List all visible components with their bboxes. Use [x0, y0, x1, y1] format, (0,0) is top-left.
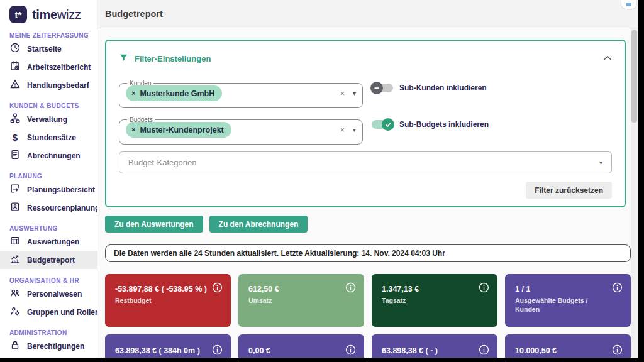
sidebar-item-label: Verwaltung: [27, 115, 67, 124]
sidebar-item-label: Planungsübersicht: [27, 185, 95, 194]
favicon-dot: [626, 3, 631, 6]
sidebar-section-planung: PLANUNG: [9, 173, 97, 180]
screen-edge-right: [638, 0, 644, 362]
card-value: 10.000,50 €: [515, 345, 611, 357]
stat-cards-row1: -53.897,88 € ( -538.95 % ) Restbudget 61…: [105, 274, 631, 327]
card-restbudget: -53.897,88 € ( -538.95 % ) Restbudget: [105, 274, 231, 327]
filter-panel-title: Filter-Einstellungen: [135, 54, 211, 63]
sidebar-item-label: Budgetreport: [27, 256, 75, 265]
sidebar-item-arbeitszeitbericht[interactable]: Arbeitszeitbericht: [0, 58, 97, 76]
budgets-chip-label: Muster-Kundenprojekt: [140, 126, 223, 134]
sidebar-item-label: Gruppen und Rollen: [27, 308, 97, 317]
sidebar-item-gruppen-rollen[interactable]: Gruppen und Rollen: [0, 303, 97, 321]
sidebar-section-meine-zeiterfassung: MEINE ZEITERFASSUNG: [9, 32, 97, 40]
page-header: Budgetreport: [97, 0, 644, 28]
sidebar-item-label: Stundensätze: [27, 133, 76, 142]
zu-den-abrechnungen-button[interactable]: Zu den Abrechnungen: [209, 216, 308, 233]
kunden-select[interactable]: Kunden ×Musterkunde GmbH × ▾: [119, 80, 363, 108]
chevron-down-icon[interactable]: ▾: [599, 159, 602, 166]
sidebar-item-startseite[interactable]: Startseite: [0, 40, 97, 58]
sidebar-item-label: Startseite: [27, 45, 62, 53]
action-row: Zu den Auswertungen Zu den Abrechnungen: [105, 216, 636, 233]
filter-funnel-icon: [119, 53, 128, 65]
sidebar-item-berechtigungen[interactable]: Berechtigungen: [0, 337, 97, 355]
subkunden-toggle-row: Sub-Kunden inkludieren: [363, 84, 487, 92]
info-icon[interactable]: [612, 344, 623, 355]
page-title: Budgetreport: [105, 9, 163, 19]
sidebar-section-auswertung: AUSWERTUNG: [9, 225, 97, 233]
dollar-icon: $: [9, 132, 21, 143]
card-label: Tagsatz: [382, 296, 476, 305]
budget-kategorien-placeholder: Budget-Kategorien: [128, 158, 196, 167]
clear-icon[interactable]: ×: [340, 89, 345, 98]
card-value: -53.897,88 € ( -538.95 % ): [115, 283, 211, 295]
kunden-chip-label: Musterkunde GmbH: [140, 89, 214, 98]
brand-name: timewizz: [32, 8, 81, 22]
filter-reset-button[interactable]: Filter zurücksetzen: [526, 182, 612, 199]
invoice-icon: [9, 149, 21, 162]
card-value: 63.898,38 € ( - ): [382, 345, 477, 357]
sidebar-item-auswertungen[interactable]: Auswertungen: [0, 233, 97, 251]
info-icon[interactable]: [612, 282, 623, 293]
chevron-down-icon[interactable]: ▾: [353, 90, 356, 97]
sidebar-item-personalwesen[interactable]: Personalwesen: [0, 285, 97, 303]
logo-mark-icon: t*: [9, 6, 27, 23]
filter-panel-header: Filter-Einstellungen: [119, 51, 612, 66]
budget-kategorien-select[interactable]: Budget-Kategorien ▾: [119, 151, 612, 173]
person-gear-icon: [9, 305, 21, 319]
filter-reset-row: Filter zurücksetzen: [119, 182, 612, 199]
sidebar-item-planungsuebersicht[interactable]: Planungsübersicht: [0, 180, 97, 199]
sidebar-item-budgetreport[interactable]: Budgetreport: [0, 251, 97, 269]
lock-icon: [9, 339, 21, 353]
people-icon: [9, 287, 21, 300]
card-tagsatz: 1.347,13 € Tagsatz: [372, 274, 497, 327]
card-value: 63.898,38 € ( 384h 0m ): [115, 345, 211, 357]
chevron-down-icon[interactable]: ▾: [353, 126, 356, 133]
chip-remove-icon[interactable]: ×: [131, 90, 135, 97]
chip-remove-icon[interactable]: ×: [131, 126, 135, 133]
org-chart-icon: [9, 112, 21, 126]
sidebar-section-administration: ADMINISTRATION: [9, 329, 97, 337]
card-umsatz: 612,50 € Umsatz: [238, 274, 364, 327]
bar-chart-icon: [9, 253, 21, 266]
toggle-on-check-icon: [382, 118, 394, 131]
card-value: 612,50 €: [248, 283, 344, 295]
update-notice: Die Daten werden alle 24 Stunden aktuali…: [105, 244, 631, 262]
clock-icon: [9, 42, 21, 55]
info-icon[interactable]: [212, 344, 223, 355]
kunden-chip-row: ×Musterkunde GmbH × ▾: [126, 85, 356, 101]
brand-logo[interactable]: t* timewizz: [0, 0, 97, 28]
kunden-chip[interactable]: ×Musterkunde GmbH: [126, 85, 222, 101]
sidebar-item-stundensaetze[interactable]: $ Stundensätze: [0, 128, 97, 146]
info-icon[interactable]: [212, 282, 223, 293]
subbudgets-toggle-row: Sub-Budgets inkludieren: [363, 120, 489, 129]
zu-den-auswertungen-button[interactable]: Zu den Auswertungen: [105, 216, 203, 233]
info-icon[interactable]: [345, 282, 356, 293]
scrollbar-thumb[interactable]: [631, 30, 637, 123]
card-label: Ausgewählte Budgets / Kunden: [515, 296, 609, 314]
browser-tab-remnant: [621, 0, 636, 9]
clear-icon[interactable]: ×: [340, 126, 345, 134]
info-icon[interactable]: [479, 344, 489, 355]
info-icon[interactable]: [345, 344, 356, 355]
collapse-chevron-icon[interactable]: [603, 52, 612, 63]
sidebar-item-handlungsbedarf[interactable]: Handlungsbedarf: [0, 76, 97, 94]
sidebar-item-verwaltung[interactable]: Verwaltung: [0, 110, 97, 128]
filter-row-kunden: Kunden ×Musterkunde GmbH × ▾: [119, 80, 612, 108]
budgets-select[interactable]: Budgets ×Muster-Kundenprojekt × ▾: [119, 116, 363, 145]
sidebar-item-ressourcenplanung[interactable]: Ressourcenplanung: [0, 199, 97, 217]
subkunden-toggle[interactable]: [372, 84, 393, 92]
filter-row-kategorien: Budget-Kategorien ▾: [119, 153, 612, 173]
page-content: Filter-Einstellungen Kunden ×Musterkunde…: [97, 28, 644, 362]
sidebar-item-abrechnungen[interactable]: Abrechnungen: [0, 146, 97, 165]
card-value: 1.347,13 €: [382, 283, 477, 295]
info-icon[interactable]: [479, 282, 489, 293]
budgets-chip[interactable]: ×Muster-Kundenprojekt: [126, 122, 231, 138]
subbudgets-toggle[interactable]: [372, 120, 393, 129]
main-area: Budgetreport Filter-Einstellungen Kunden…: [97, 0, 644, 362]
card-label: Restbudget: [115, 296, 209, 305]
filter-panel: Filter-Einstellungen Kunden ×Musterkunde…: [105, 40, 626, 207]
sidebar-item-label: Ressourcenplanung: [27, 204, 97, 212]
clipboard-clock-icon: [9, 60, 21, 74]
sidebar-item-label: Abrechnungen: [27, 151, 80, 160]
